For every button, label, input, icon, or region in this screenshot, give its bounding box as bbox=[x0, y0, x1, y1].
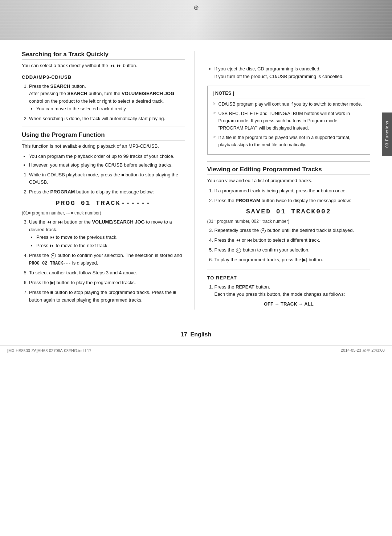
next-icon: ⏭ bbox=[117, 63, 122, 68]
play-icon-1: ▶| bbox=[50, 280, 55, 285]
section2-steps2: Use the ⏮ or ⏭ button or the VOLUME/SEAR… bbox=[22, 218, 185, 304]
section3-steps: If a programmed track is being played, p… bbox=[207, 187, 371, 205]
step-2-2: Press the PROGRAM button to display the … bbox=[29, 188, 185, 196]
notes-list: CD/USB program play will continue if you… bbox=[213, 101, 365, 148]
step-2-3-bullets: Press ⏮ to move to the previous track. P… bbox=[29, 234, 185, 250]
right-column: If you eject the disc, CD programming is… bbox=[207, 51, 371, 310]
step-2-1: While in CD/USB playback mode, press the… bbox=[29, 171, 185, 187]
crosshair-symbol: ⊕ bbox=[193, 4, 199, 12]
notes-box: | NOTES | CD/USB program play will conti… bbox=[207, 86, 371, 155]
step-2-5: To select another track, follow Steps 3 … bbox=[29, 269, 185, 277]
stop-icon-3: ■ bbox=[173, 290, 176, 295]
bullet-prev: Press ⏮ to move to the previous track. bbox=[36, 234, 185, 241]
section1-intro: You can select a track directly without … bbox=[22, 62, 185, 69]
top-bullet-1: If you eject the disc, CD programming is… bbox=[215, 65, 371, 81]
step-3-6: To play the programmed tracks, press the… bbox=[215, 256, 371, 264]
bullet-1-1-1: You can move to the selected track direc… bbox=[36, 105, 185, 113]
section2-steps: While in CD/USB playback mode, press the… bbox=[22, 171, 185, 196]
section4-title: To repeat bbox=[207, 275, 371, 281]
prev-icon-3: ⏮ bbox=[50, 234, 54, 240]
step-3-4: Press the ⏮ or ⏭ button to select a diff… bbox=[215, 237, 371, 244]
next-icon-2: ⏭ bbox=[58, 219, 63, 225]
note-2: USB REC, DELETE and TUNING/ALBUM buttons… bbox=[213, 110, 365, 132]
display-prog-note: (01= program number, ---= track number) bbox=[22, 210, 185, 216]
repeat-sequence: OFF → TRACK → ALL bbox=[207, 301, 371, 307]
display-saved: SAVED 01 TRACK002 bbox=[207, 208, 371, 215]
section2-title: Using the Program Function bbox=[22, 131, 185, 140]
display-saved-note: (01= program number, 002= track number) bbox=[207, 219, 371, 224]
note-1: CD/USB program play will continue if you… bbox=[213, 101, 365, 108]
section3-title: Viewing or Editing Programmed Tracks bbox=[207, 166, 371, 175]
step-3-5: Press the ↵ button to confirm your selec… bbox=[215, 246, 371, 254]
section3-intro: You can view and edit a list of programm… bbox=[207, 177, 371, 184]
next-icon-3: ⏭ bbox=[50, 243, 54, 248]
stop-icon-4: ■ bbox=[317, 188, 319, 193]
step-1-2: When searching is done, the track will a… bbox=[29, 115, 185, 123]
page-number: 17 English bbox=[0, 331, 392, 341]
enter-icon-2: ↵ bbox=[261, 228, 266, 233]
header-banner: ⊕ bbox=[0, 0, 392, 40]
section1-title: Searching for a Track Quickly bbox=[22, 51, 185, 60]
step-2-6: Press the ▶| button to play the programm… bbox=[29, 279, 185, 287]
step-2-4: Press the ↵ button to confirm your selec… bbox=[29, 252, 185, 267]
step-3-1: If a programmed track is being played, p… bbox=[215, 187, 371, 195]
cdda-subtitle: CDDA/MP3-CD/USB bbox=[22, 74, 185, 80]
enter-icon-3: ↵ bbox=[236, 248, 241, 253]
footer-bar: [MX-HS8500-ZA]AH68-02706A-03ENG.indd 17 … bbox=[0, 345, 392, 355]
stop-icon-2: ■ bbox=[50, 290, 53, 295]
step-2-3: Use the ⏮ or ⏭ button or the VOLUME/SEAR… bbox=[29, 218, 185, 250]
step-1-1: Press the SEARCH button. After pressing … bbox=[29, 83, 185, 113]
bullet-2-2: However, you must stop playing the CD/US… bbox=[29, 161, 185, 169]
prev-icon-4: ⏮ bbox=[236, 237, 240, 243]
bullet-2-1: You can program the playback order of up… bbox=[29, 153, 185, 160]
display-prog: PROG 01 TRACK------ bbox=[22, 200, 185, 207]
top-bullets: If you eject the disc, CD programming is… bbox=[207, 65, 371, 81]
section1-steps: Press the SEARCH button. After pressing … bbox=[22, 83, 185, 123]
bullet-next: Press ⏭ to move to the next track. bbox=[36, 242, 185, 250]
step-4-1: Press the REPEAT button. Each time you p… bbox=[215, 283, 371, 299]
footer-file-info: [MX-HS8500-ZA]AH68-02706A-03ENG.indd 17 bbox=[7, 348, 91, 353]
section3-steps2: Repeatedly press the ↵ button until the … bbox=[207, 227, 371, 263]
enter-icon-1: ↵ bbox=[51, 253, 56, 258]
section4-steps: Press the REPEAT button. Each time you p… bbox=[207, 283, 371, 299]
notes-title: | NOTES | bbox=[213, 90, 365, 99]
prev-icon-2: ⏮ bbox=[46, 219, 51, 225]
step-3-2: Press the PROGRAM button twice to displa… bbox=[215, 197, 371, 205]
step-1-1-bullets: You can move to the selected track direc… bbox=[29, 105, 185, 113]
chapter-tab: 03 Functions bbox=[382, 112, 392, 156]
stop-icon-inline: ■ bbox=[121, 172, 124, 177]
next-icon-4: ⏭ bbox=[247, 237, 252, 243]
left-column: Searching for a Track Quickly You can se… bbox=[22, 51, 195, 310]
prev-icon: ⏮ bbox=[110, 63, 114, 68]
step-3-3: Repeatedly press the ↵ button until the … bbox=[215, 227, 371, 234]
section2-bullets: You can program the playback order of up… bbox=[22, 153, 185, 169]
note-3: If a file in the program to be played wa… bbox=[213, 134, 365, 148]
play-icon-2: ▶| bbox=[302, 257, 307, 262]
footer-date: 2014-05-23 오루 2:43:08 bbox=[341, 348, 385, 353]
section2-intro: This function is not available during pl… bbox=[22, 143, 185, 150]
step-2-7: Press the ■ button to stop playing the p… bbox=[29, 289, 185, 304]
